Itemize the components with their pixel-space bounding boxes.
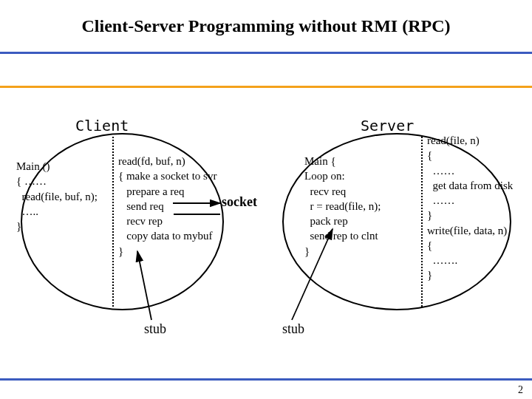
page-number: 2 — [518, 384, 523, 396]
client-label: Client — [75, 117, 129, 134]
server-main-code: Main { Loop on: recv req r = read(file, … — [304, 154, 381, 259]
top-divider — [0, 52, 532, 54]
accent-divider — [0, 86, 532, 88]
stub-label-server: stub — [282, 321, 304, 337]
slide-title: Client-Server Programming without RMI (R… — [0, 0, 532, 36]
server-label: Server — [361, 117, 414, 134]
diagram-stage: Client Server Main () { …… read(file, bu… — [0, 111, 532, 369]
bottom-divider — [0, 378, 532, 381]
server-partition-line — [421, 137, 423, 307]
socket-label: socket — [222, 194, 257, 210]
server-read-code: read(file, n) { …… get data from disk ……… — [427, 133, 513, 283]
client-stub-code: read(fd, buf, n) { make a socket to svr … — [118, 154, 216, 259]
client-main-code: Main () { …… read(file, buf, n); ….. } — [16, 159, 98, 233]
client-partition-line — [112, 137, 114, 307]
stub-label-client: stub — [144, 321, 166, 337]
